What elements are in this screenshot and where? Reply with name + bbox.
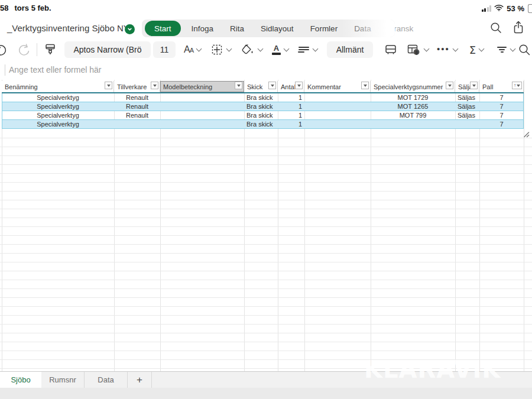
cell[interactable]: 7 [479, 93, 524, 102]
sheet-tab-rumsnr[interactable]: Rumsnr [41, 372, 85, 388]
cell[interactable]: Bra skick [244, 111, 278, 119]
cell[interactable]: Renault [114, 102, 160, 111]
sheet-tab-sjobo[interactable]: Sjöbo [0, 372, 41, 388]
sort-filter-button[interactable] [497, 41, 515, 59]
cell[interactable] [160, 120, 244, 128]
table-row[interactable]: SpecialverktygBra skick17 [2, 120, 524, 129]
cell[interactable]: 1 [278, 120, 304, 128]
gridline-horizontal [0, 173, 532, 174]
cell[interactable] [455, 120, 479, 128]
autosum-button[interactable]: Σ [469, 41, 484, 59]
table-row[interactable]: SpecialverktygRenaultBra skick1MOT 799Sä… [2, 111, 524, 120]
cell[interactable]: Säljas [455, 102, 479, 111]
cell-format-button[interactable]: $ [406, 41, 429, 59]
alignment-button[interactable] [298, 41, 317, 59]
redo-button[interactable] [17, 41, 31, 59]
cell[interactable]: Specialverktyg [2, 120, 114, 128]
cell[interactable] [160, 102, 244, 111]
font-color-button[interactable]: A [272, 41, 288, 59]
filter-dropdown-button[interactable] [470, 82, 478, 89]
tab-sidlayout[interactable]: Sidlayout [252, 20, 302, 37]
cell[interactable]: Renault [114, 111, 160, 119]
table-row[interactable]: SpecialverktygRenaultBra skick1MOT 1729S… [2, 93, 524, 102]
filter-dropdown-button[interactable] [446, 82, 453, 89]
cell[interactable]: MOT 799 [371, 111, 455, 119]
cell[interactable]: 1 [278, 93, 304, 102]
table-resize-handle[interactable] [523, 131, 530, 138]
filter-dropdown-button[interactable] [105, 82, 112, 89]
cell[interactable]: 1 [278, 111, 304, 119]
filter-dropdown-button[interactable] [361, 82, 369, 89]
spreadsheet-grid[interactable]: BenämningTillverkareModelbeteckningSkick… [0, 80, 532, 371]
filter-dropdown-button[interactable] [295, 82, 303, 89]
format-painter-icon [43, 43, 57, 57]
cell[interactable]: Specialverktyg [2, 93, 114, 102]
gridline-horizontal [0, 244, 532, 245]
cell[interactable]: Bra skick [244, 102, 278, 111]
add-sheet-button[interactable]: + [128, 372, 152, 388]
column-header-modelbeteckning[interactable]: Modelbeteckning [160, 81, 244, 92]
search-button[interactable] [489, 21, 502, 37]
share-button[interactable] [512, 20, 525, 38]
tab-formler[interactable]: Formler [302, 20, 346, 37]
cell[interactable]: 7 [479, 111, 524, 119]
cell[interactable]: Specialverktyg [2, 111, 114, 119]
tab-infoga[interactable]: Infoga [183, 20, 222, 37]
cell[interactable] [371, 120, 455, 128]
gridline-horizontal [0, 351, 532, 351]
cell[interactable]: Bra skick [244, 120, 278, 128]
column-header-label: Benämning [5, 83, 38, 90]
filter-dropdown-button[interactable] [151, 82, 158, 89]
format-painter-button[interactable] [43, 41, 57, 59]
cell[interactable] [160, 111, 244, 119]
cell[interactable]: Säljas [455, 111, 479, 119]
cell[interactable]: MOT 1729 [371, 93, 455, 102]
borders-button[interactable] [210, 41, 231, 59]
font-size-selector[interactable]: 11 [153, 41, 176, 58]
cell[interactable]: Specialverktyg [2, 102, 114, 111]
undo-button[interactable] [0, 41, 8, 59]
merge-cells-button[interactable] [384, 41, 398, 59]
font-name-selector[interactable]: Aptos Narrow (Brö [64, 41, 151, 58]
sheet-tab-data[interactable]: Data [85, 372, 128, 388]
cell[interactable] [304, 93, 371, 102]
filter-sorted-button[interactable]: ↑ [512, 82, 522, 89]
fill-color-button[interactable] [241, 41, 262, 59]
filter-dropdown-button[interactable] [268, 82, 276, 89]
more-options-button[interactable]: ••• [437, 41, 458, 59]
cell[interactable]: 7 [479, 102, 524, 111]
cell[interactable]: MOT 1265 [371, 102, 455, 111]
autosave-status-icon[interactable] [125, 24, 135, 34]
column-header-specialverktygsnummer[interactable]: Specialverktygsnummer [371, 81, 455, 92]
cell[interactable] [304, 120, 371, 128]
gridline-horizontal [0, 200, 532, 200]
number-format-selector[interactable]: Allmänt [327, 41, 373, 58]
gridline-horizontal [0, 182, 532, 183]
tab-start[interactable]: Start [145, 21, 181, 36]
tab-rita[interactable]: Rita [222, 20, 252, 37]
font-formatting-button[interactable]: AA [184, 41, 201, 59]
status-date: tors 5 feb. [14, 4, 51, 12]
column-header-label: Antal [281, 83, 296, 90]
cell[interactable] [114, 120, 160, 128]
gridline-horizontal [0, 280, 532, 280]
cell[interactable]: 7 [479, 120, 524, 128]
cell[interactable] [304, 111, 371, 119]
formula-input[interactable]: Ange text eller formel här [9, 65, 101, 74]
cell[interactable]: Säljas [455, 93, 479, 102]
filter-funnel-icon [364, 85, 367, 87]
cell[interactable]: Bra skick [244, 93, 278, 102]
find-in-sheet-button[interactable] [518, 41, 531, 59]
cell[interactable]: Renault [114, 93, 160, 102]
table-row[interactable]: SpecialverktygRenaultBra skick1MOT 1265S… [2, 102, 524, 111]
gridline-horizontal [0, 155, 532, 156]
cell[interactable]: 1 [278, 102, 304, 111]
gridline-horizontal [0, 342, 532, 342]
filter-dropdown-button[interactable] [235, 82, 242, 89]
formula-bar[interactable]: Ange text eller formel här [0, 60, 532, 80]
column-header-benämning[interactable]: Benämning [2, 81, 114, 92]
cell[interactable] [160, 93, 244, 102]
cell[interactable] [304, 102, 371, 111]
gridline-horizontal [0, 306, 532, 307]
filter-funnel-icon [472, 85, 476, 87]
